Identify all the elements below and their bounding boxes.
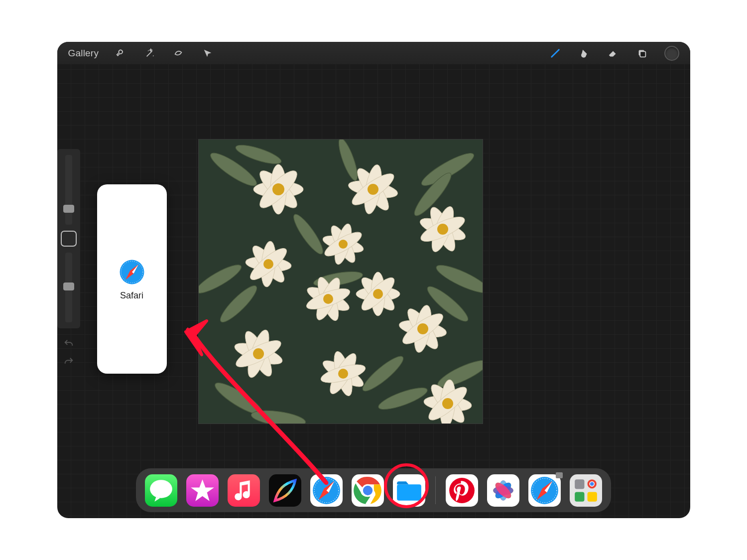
layers-icon[interactable]: [635, 47, 648, 60]
ipad-dock: [136, 468, 611, 512]
redo-icon[interactable]: [63, 356, 74, 369]
dock-app-safari-recent[interactable]: [528, 474, 561, 507]
safari-icon: [118, 258, 146, 286]
gallery-button[interactable]: Gallery: [68, 48, 99, 59]
procreate-sidebar: [57, 149, 80, 393]
svg-point-48: [323, 294, 333, 304]
split-view-app-label: Safari: [120, 290, 143, 301]
svg-rect-106: [588, 492, 597, 501]
dock-app-photos[interactable]: [487, 474, 519, 507]
selection-icon[interactable]: [172, 47, 185, 60]
sidebar-sliders: [57, 149, 80, 328]
color-picker-button[interactable]: [664, 46, 679, 61]
dock-app-itunes-store[interactable]: [186, 474, 219, 507]
magic-wand-icon[interactable]: [143, 47, 156, 60]
svg-point-23: [272, 183, 284, 195]
svg-point-43: [339, 240, 348, 249]
undo-redo-group: [63, 338, 74, 369]
eraser-icon[interactable]: [607, 47, 620, 60]
dock-app-messages[interactable]: [145, 474, 177, 507]
svg-point-73: [442, 398, 453, 409]
svg-marker-79: [191, 479, 214, 501]
dock-app-procreate[interactable]: [269, 474, 301, 507]
brush-icon[interactable]: [549, 47, 562, 60]
svg-rect-102: [575, 479, 584, 489]
svg-point-63: [253, 348, 264, 359]
split-view-drop-target[interactable]: Safari: [97, 184, 167, 374]
svg-rect-105: [575, 492, 584, 501]
svg-point-33: [437, 224, 448, 235]
procreate-topbar: Gallery: [57, 42, 690, 64]
modify-button[interactable]: [61, 231, 77, 247]
svg-point-104: [590, 481, 594, 486]
dock-app-chrome[interactable]: [352, 474, 384, 507]
svg-rect-1: [640, 51, 645, 57]
dock-app-safari[interactable]: [310, 474, 343, 507]
dock-app-music[interactable]: [228, 474, 260, 507]
svg-point-58: [417, 323, 428, 334]
smudge-icon[interactable]: [578, 47, 591, 60]
brush-size-slider[interactable]: [65, 155, 72, 225]
handoff-indicator-icon: [556, 472, 563, 478]
ipad-screen: Gallery: [57, 42, 690, 518]
dock-separator: [435, 476, 436, 504]
wrench-icon[interactable]: [115, 47, 127, 60]
dock-app-pinterest[interactable]: [446, 474, 478, 507]
svg-point-78: [150, 480, 172, 498]
svg-point-28: [368, 184, 378, 195]
canvas-artwork[interactable]: [198, 139, 483, 424]
svg-point-68: [338, 369, 348, 379]
svg-point-53: [373, 289, 383, 299]
svg-point-38: [263, 259, 273, 269]
undo-icon[interactable]: [63, 338, 74, 351]
dock-app-files[interactable]: [393, 474, 425, 507]
transform-arrow-icon[interactable]: [201, 47, 214, 60]
svg-rect-87: [397, 484, 421, 501]
brush-opacity-slider[interactable]: [65, 253, 72, 322]
dock-app-folder[interactable]: [570, 474, 602, 507]
